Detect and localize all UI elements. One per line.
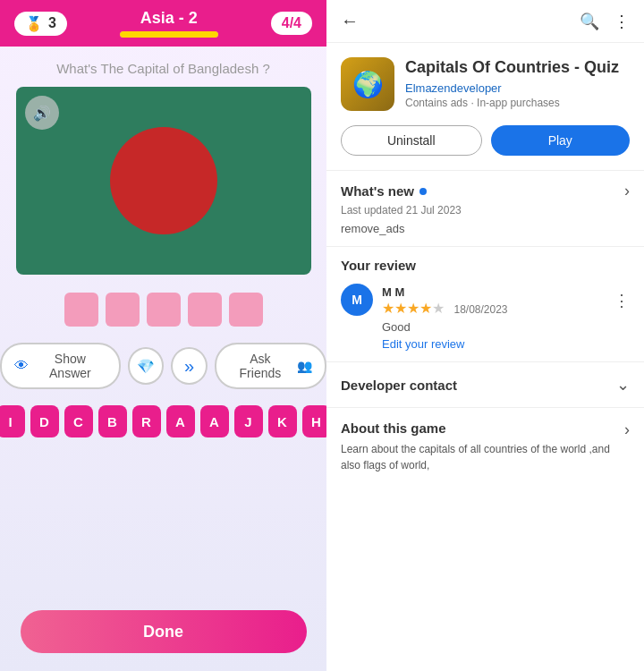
new-dot: [419, 188, 427, 195]
review-section: Your review M M M ★★★★★ 18/08/2023 ⋮ Goo…: [326, 246, 644, 361]
about-title: About this game: [341, 420, 617, 436]
about-content: About this game Learn about the capitals…: [341, 420, 617, 473]
whats-new-label: What's new: [341, 183, 414, 199]
show-answer-button[interactable]: 👁 Show Answer: [0, 343, 121, 389]
medal-icon: 🏅: [25, 15, 43, 32]
store-header-icons: 🔍 ⋮: [580, 12, 630, 31]
search-icon[interactable]: 🔍: [580, 12, 599, 31]
flag-circle: [110, 127, 217, 234]
letter-btn-R[interactable]: R: [132, 405, 161, 437]
letter-btn-I[interactable]: I: [0, 405, 25, 437]
uninstall-button[interactable]: Uninstall: [341, 125, 482, 156]
answer-box-2: [106, 293, 140, 327]
letter-row: I D C B R A A J K H: [0, 405, 326, 437]
done-button[interactable]: Done: [21, 610, 307, 653]
show-answer-label: Show Answer: [34, 352, 106, 380]
sound-button[interactable]: 🔊: [25, 96, 59, 130]
action-row: 👁 Show Answer 💎 » Ask Friends 👥: [0, 343, 326, 389]
play-button[interactable]: Play: [491, 125, 631, 156]
letter-btn-J[interactable]: J: [234, 405, 263, 437]
letter-btn-D[interactable]: D: [30, 405, 59, 437]
app-meta: Contains ads · In-app purchases: [405, 97, 630, 109]
action-buttons: Uninstall Play: [326, 125, 644, 170]
answer-box-5: [229, 293, 263, 327]
quiz-title: Asia - 2: [140, 9, 198, 28]
review-more-icon[interactable]: ⋮: [614, 291, 630, 310]
letter-btn-B[interactable]: B: [98, 405, 127, 437]
progress-badge: 4/4: [271, 12, 312, 35]
reviewer-name: M M: [382, 285, 404, 299]
review-content: M M ★★★★★ 18/08/2023 ⋮ Good Edit your re…: [382, 284, 630, 351]
about-text: Learn about the capitals of all countrie…: [341, 441, 617, 473]
developer-contact-section[interactable]: Developer contact ⌄: [326, 361, 644, 407]
play-store-panel: ← 🔍 ⋮ 🌍 Capitals Of Countries - Quiz Elm…: [326, 0, 644, 671]
letter-btn-A[interactable]: A: [166, 405, 195, 437]
developer-contact-title: Developer contact: [341, 378, 457, 393]
app-info-section: 🌍 Capitals Of Countries - Quiz Elmazende…: [326, 43, 644, 125]
whats-new-header: What's new ›: [341, 182, 630, 200]
about-arrow-icon[interactable]: ›: [624, 420, 630, 439]
app-details: Capitals Of Countries - Quiz Elmazendeve…: [405, 57, 630, 109]
sound-icon: 🔊: [33, 105, 51, 122]
ask-friends-label: Ask Friends: [229, 352, 292, 380]
whats-new-date: Last updated 21 Jul 2023: [341, 204, 630, 217]
review-item: M M M ★★★★★ 18/08/2023 ⋮ Good Edit your …: [341, 284, 630, 351]
letter-btn-H[interactable]: H: [302, 405, 327, 437]
letter-btn-C[interactable]: C: [64, 405, 93, 437]
app-icon: 🌍: [341, 57, 394, 111]
game-panel: 🏅 3 Asia - 2 4/4 What's The Capital of B…: [0, 0, 326, 671]
review-stars: ★★★★★: [382, 301, 448, 316]
app-developer[interactable]: Elmazendeveloper: [405, 81, 630, 95]
answer-box-4: [188, 293, 222, 327]
whats-new-title: What's new: [341, 183, 427, 199]
flag-container: 🔊: [16, 87, 311, 275]
letter-btn-A2[interactable]: A: [200, 405, 229, 437]
people-icon: 👥: [297, 359, 312, 373]
more-icon[interactable]: ⋮: [614, 12, 630, 31]
whats-new-section: What's new › Last updated 21 Jul 2023 re…: [326, 170, 644, 246]
chevron-down-icon: ⌄: [616, 375, 630, 395]
review-section-title: Your review: [341, 258, 630, 273]
score-value: 3: [48, 15, 56, 31]
score-badge: 🏅 3: [14, 12, 67, 36]
answer-box-1: [64, 293, 98, 327]
app-name: Capitals Of Countries - Quiz: [405, 57, 630, 78]
eye-icon: 👁: [14, 358, 29, 374]
edit-review-link[interactable]: Edit your review: [382, 337, 630, 351]
question-text: What's The Capital of Bangladesh ?: [56, 61, 270, 76]
skip-icon: »: [184, 356, 194, 377]
store-header: ← 🔍 ⋮: [326, 0, 644, 43]
reviewer-avatar: M: [341, 284, 373, 316]
whats-new-arrow[interactable]: ›: [624, 182, 630, 200]
top-bar: 🏅 3 Asia - 2 4/4: [0, 0, 326, 47]
review-text: Good: [382, 320, 630, 334]
letter-btn-K[interactable]: K: [268, 405, 297, 437]
answer-boxes: [64, 293, 263, 327]
erase-button[interactable]: 💎: [128, 347, 165, 385]
back-button[interactable]: ←: [341, 11, 359, 31]
ask-friends-button[interactable]: Ask Friends 👥: [215, 343, 326, 389]
app-icon-image: 🌍: [352, 70, 384, 99]
diamond-icon: 💎: [137, 358, 155, 375]
answer-box-3: [147, 293, 181, 327]
whats-new-content: remove_ads: [341, 222, 630, 235]
xp-progress-fill: [120, 31, 218, 38]
skip-button[interactable]: »: [171, 347, 208, 385]
about-section: About this game Learn about the capitals…: [326, 407, 644, 486]
review-date: 18/08/2023: [453, 303, 507, 316]
